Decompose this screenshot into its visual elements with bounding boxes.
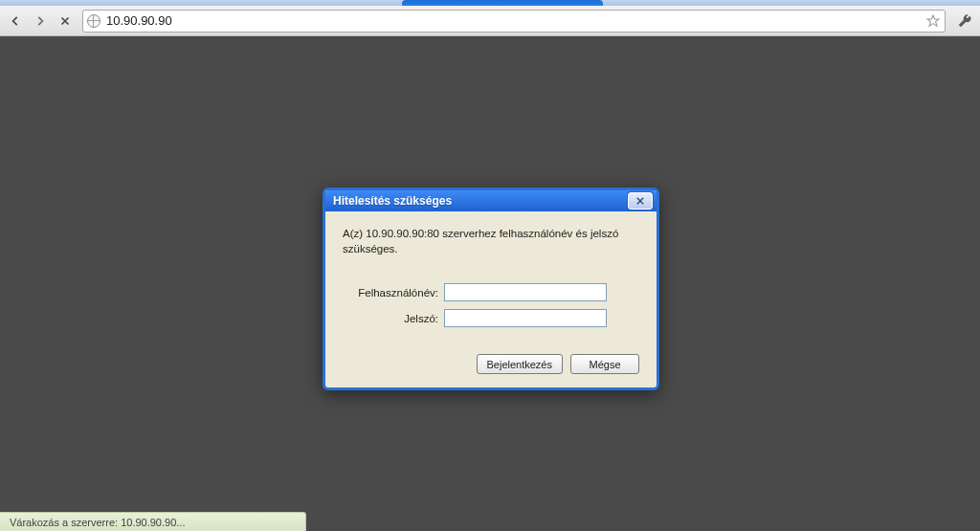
dialog-titlebar[interactable]: Hitelesítés szükséges — [325, 190, 657, 211]
password-label: Jelszó: — [343, 313, 444, 324]
password-row: Jelszó: — [343, 309, 639, 327]
close-icon — [58, 14, 72, 28]
forward-button[interactable] — [29, 10, 52, 33]
page-content: Hitelesítés szükséges A(z) 10.90.90.90:8… — [0, 36, 980, 531]
password-input[interactable] — [444, 309, 607, 327]
dialog-button-row: Bejelentkezés Mégse — [343, 354, 639, 374]
address-bar[interactable]: 10.90.90.90 — [82, 10, 946, 33]
dialog-body: A(z) 10.90.90.90:80 szerverhez felhaszná… — [325, 211, 657, 387]
active-tab-hint — [402, 0, 603, 6]
username-row: Felhasználónév: — [343, 283, 639, 301]
dialog-close-button[interactable] — [628, 192, 653, 210]
address-text: 10.90.90.90 — [106, 13, 925, 28]
globe-icon — [87, 14, 100, 28]
arrow-left-icon — [9, 14, 22, 28]
tab-strip — [0, 0, 980, 6]
cancel-button[interactable]: Mégse — [570, 354, 639, 374]
auth-dialog: Hitelesítés szükséges A(z) 10.90.90.90:8… — [323, 188, 659, 390]
stop-button[interactable] — [54, 10, 77, 33]
bookmark-star-icon[interactable] — [925, 13, 941, 29]
dialog-message: A(z) 10.90.90.90:80 szerverhez felhaszná… — [343, 227, 639, 256]
settings-wrench-icon[interactable] — [953, 10, 976, 33]
username-label: Felhasználónév: — [343, 287, 444, 299]
close-icon — [636, 197, 644, 205]
dialog-title: Hitelesítés szükséges — [333, 194, 452, 208]
status-text: Várakozás a szerverre: 10.90.90.90... — [10, 517, 185, 528]
back-button[interactable] — [4, 10, 27, 33]
arrow-right-icon — [33, 14, 47, 28]
status-bar: Várakozás a szerverre: 10.90.90.90... — [0, 512, 306, 531]
browser-toolbar: 10.90.90.90 — [0, 6, 980, 36]
username-input[interactable] — [444, 283, 607, 301]
login-button[interactable]: Bejelentkezés — [477, 354, 564, 374]
